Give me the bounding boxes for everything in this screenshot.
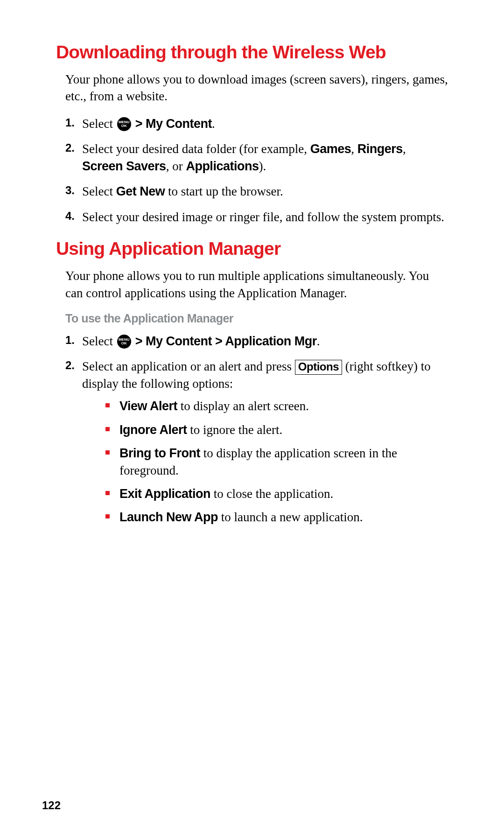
- section1-steps: Select MENUOK > My Content. Select your …: [65, 115, 448, 225]
- step3: Select Get New to start up the browser.: [65, 183, 448, 200]
- step1-path: > My Content: [132, 117, 212, 131]
- step2: Select your desired data folder (for exa…: [65, 140, 448, 175]
- step1-text: Select: [82, 117, 116, 131]
- bullet-view-alert: View Alert to display an alert screen.: [105, 398, 448, 414]
- page-number: 122: [42, 799, 61, 812]
- step1: Select MENUOK > My Content.: [65, 115, 448, 132]
- options-key: Options: [295, 360, 342, 375]
- appmgr-step2: Select an application or an alert and pr…: [65, 358, 448, 526]
- menu-ok-icon: MENUOK: [117, 117, 131, 131]
- step4: Select your desired image or ringer file…: [65, 209, 448, 225]
- bullet-bring-to-front: Bring to Front to display the applicatio…: [105, 445, 448, 479]
- manual-page: Downloading through the Wireless Web You…: [0, 0, 504, 840]
- bullet-exit-application: Exit Application to close the applicatio…: [105, 485, 448, 502]
- section1-intro: Your phone allows you to download images…: [65, 71, 448, 105]
- options-list: View Alert to display an alert screen. I…: [105, 398, 448, 526]
- section-title-downloading: Downloading through the Wireless Web: [56, 42, 448, 63]
- menu-ok-icon: MENUOK: [117, 335, 131, 349]
- step1-after: .: [212, 117, 215, 131]
- bullet-launch-new-app: Launch New App to launch a new applicati…: [105, 509, 448, 525]
- section2-steps: Select MENUOK > My Content > Application…: [65, 333, 448, 526]
- section2-intro: Your phone allows you to run multiple ap…: [65, 267, 448, 301]
- appmgr-step1: Select MENUOK > My Content > Application…: [65, 333, 448, 350]
- section-title-appmanager: Using Application Manager: [56, 238, 448, 259]
- section2-subheading: To use the Application Manager: [65, 312, 448, 325]
- bullet-ignore-alert: Ignore Alert to ignore the alert.: [105, 421, 448, 438]
